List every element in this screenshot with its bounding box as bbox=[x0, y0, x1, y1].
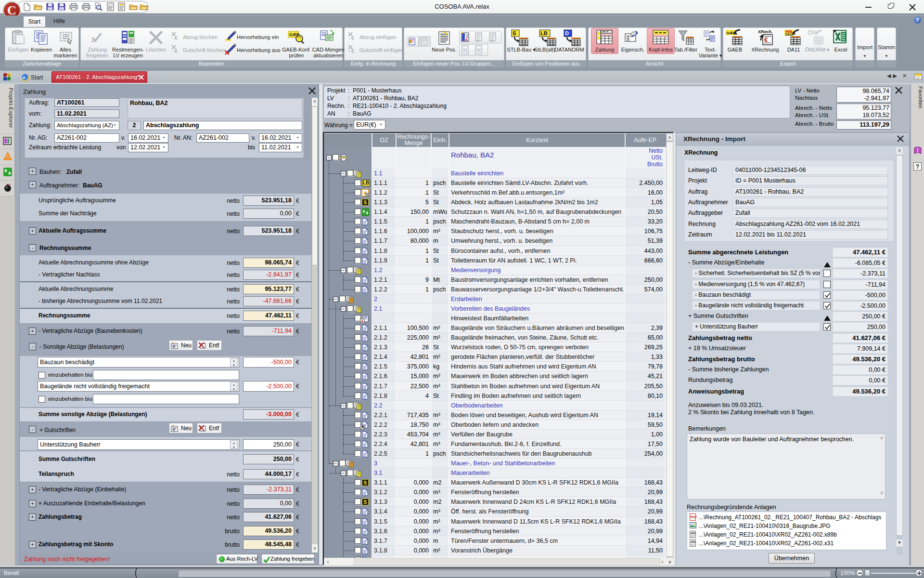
svg-text:XRech.: XRech. bbox=[758, 29, 773, 34]
svg-text:XML: XML bbox=[691, 532, 696, 535]
svg-text:XML: XML bbox=[691, 540, 696, 543]
svg-text:D: D bbox=[565, 30, 569, 36]
svg-text:€: € bbox=[175, 48, 178, 54]
svg-text:S|: S| bbox=[463, 48, 467, 53]
svg-text:€: € bbox=[173, 345, 175, 349]
svg-text:PDF: PDF bbox=[691, 515, 698, 519]
svg-text:ÖN: ÖN bbox=[808, 29, 817, 36]
svg-text:S: S bbox=[513, 30, 516, 36]
svg-text:−: − bbox=[348, 36, 351, 41]
svg-text:A: A bbox=[465, 38, 468, 42]
svg-text:+: + bbox=[348, 49, 351, 54]
svg-text:S|: S| bbox=[476, 48, 480, 53]
svg-text:4: 4 bbox=[361, 319, 363, 323]
svg-text:€: € bbox=[351, 48, 354, 54]
svg-text:LB: LB bbox=[540, 30, 548, 36]
svg-text:€: € bbox=[351, 35, 354, 41]
svg-text:€: € bbox=[764, 36, 768, 43]
svg-text:€: € bbox=[175, 35, 178, 41]
svg-text:−: − bbox=[172, 49, 174, 54]
svg-text:−: − bbox=[172, 36, 174, 41]
svg-text:€: € bbox=[173, 428, 175, 432]
svg-text:e: e bbox=[23, 74, 26, 80]
